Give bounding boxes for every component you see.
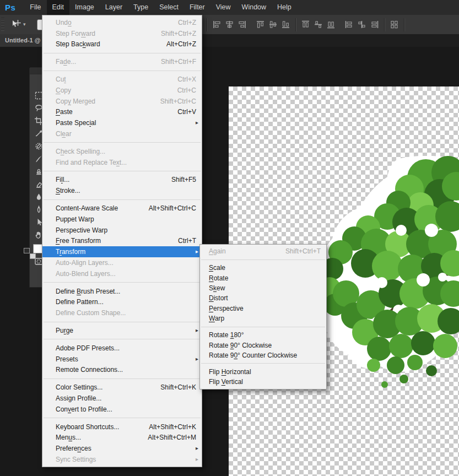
menu-item-shortcut: Shift+Ctrl+Z: [151, 30, 196, 37]
menu-item-skew[interactable]: Skew: [200, 283, 326, 293]
menu-item-preferences[interactable]: Preferences▶: [42, 443, 202, 454]
menu-item-rotate[interactable]: Rotate: [200, 273, 326, 283]
menubar-edit[interactable]: Edit: [47, 0, 70, 15]
menu-separator: [44, 282, 201, 283]
menu-item-paste[interactable]: PasteCtrl+V: [42, 107, 202, 118]
menubar-view[interactable]: View: [210, 0, 236, 15]
menu-item-convert-to-profile[interactable]: Convert to Profile...: [42, 404, 202, 415]
menubar-image[interactable]: Image: [69, 0, 100, 15]
menu-item-fade[interactable]: Fade...Shift+Ctrl+F: [42, 56, 202, 67]
menu-item-label: Skew: [209, 284, 225, 292]
menu-item-label: Check Spelling...: [56, 148, 105, 155]
menu-item-perspective-warp[interactable]: Perspective Warp: [42, 225, 202, 236]
menubar-select[interactable]: Select: [154, 0, 184, 15]
menu-item-remote-connections[interactable]: Remote Connections...: [42, 365, 202, 376]
menu-item-stroke[interactable]: Stroke...: [42, 185, 202, 196]
menu-item-shortcut: Shift+Ctrl+T: [276, 247, 321, 255]
menu-item-label: Rotate 90° Clockwise: [209, 342, 272, 349]
menu-item-distort[interactable]: Distort: [200, 293, 326, 303]
distribute-horizontal-centers-icon[interactable]: [357, 20, 366, 29]
menu-item-rotate-180[interactable]: Rotate 180°: [200, 330, 326, 340]
align-left-edges-icon[interactable]: [212, 20, 222, 29]
menubar-help[interactable]: Help: [272, 0, 297, 15]
menu-item-find-and-replace-text[interactable]: Find and Replace Text...: [42, 157, 202, 168]
menu-item-flip-vertical[interactable]: Flip Vertical: [200, 377, 326, 387]
auto-align-layers-icon[interactable]: [390, 20, 399, 29]
menu-item-puppet-warp[interactable]: Puppet Warp: [42, 214, 202, 225]
options-bar-grip[interactable]: [1, 18, 4, 31]
menu-item-cut[interactable]: CutCtrl+X: [42, 74, 202, 85]
menu-item-flip-horizontal[interactable]: Flip Horizontal: [200, 367, 326, 377]
menu-item-perspective[interactable]: Perspective: [200, 303, 326, 313]
menu-item-label: Menus...: [56, 434, 81, 441]
menu-item-label: Flip Vertical: [209, 378, 243, 386]
menu-item-adobe-pdf-presets[interactable]: Adobe PDF Presets...: [42, 343, 202, 354]
menu-item-label: Auto-Blend Layers...: [56, 270, 116, 278]
menu-item-assign-profile[interactable]: Assign Profile...: [42, 393, 202, 404]
menu-separator: [44, 339, 201, 339]
align-right-edges-icon[interactable]: [237, 20, 247, 29]
menu-item-step-backward[interactable]: Step BackwardAlt+Ctrl+Z: [42, 39, 202, 50]
menu-item-label: Step Backward: [56, 40, 100, 48]
menu-separator: [44, 322, 201, 322]
menu-item-label: Warp: [209, 315, 224, 322]
move-tool-button[interactable]: ▾: [10, 17, 26, 31]
menu-item-label: Again: [209, 247, 226, 255]
menu-item-free-transform[interactable]: Free TransformCtrl+T: [42, 236, 202, 247]
menu-item-copy[interactable]: CopyCtrl+C: [42, 85, 202, 96]
menubar-type[interactable]: Type: [128, 0, 154, 15]
menu-item-color-settings[interactable]: Color Settings...Shift+Ctrl+K: [42, 382, 202, 393]
menu-item-step-forward[interactable]: Step ForwardShift+Ctrl+Z: [42, 28, 202, 39]
menu-item-content-aware-scale[interactable]: Content-Aware ScaleAlt+Shift+Ctrl+C: [42, 203, 202, 214]
distribute-vertical-centers-icon[interactable]: [314, 20, 323, 29]
menu-item-label: Scale: [209, 264, 225, 272]
distribute-bottom-edges-icon[interactable]: [326, 20, 336, 29]
menu-item-shortcut: Alt+Ctrl+Z: [156, 40, 196, 48]
menu-item-sync-settings[interactable]: Sync Settings▶: [42, 454, 202, 465]
menu-item-keyboard-shortcuts[interactable]: Keyboard Shortcuts...Alt+Shift+Ctrl+K: [42, 421, 202, 432]
menu-item-label: Auto-Align Layers...: [56, 259, 114, 267]
distribute-top-edges-icon[interactable]: [301, 20, 310, 29]
menu-item-transform[interactable]: Transform▶: [42, 246, 202, 257]
align-vertical-centers-icon[interactable]: [268, 20, 278, 29]
menu-item-warp[interactable]: Warp: [200, 313, 326, 323]
menu-item-presets[interactable]: Presets▶: [42, 354, 202, 365]
menu-item-purge[interactable]: Purge▶: [42, 325, 202, 336]
menu-item-define-pattern[interactable]: Define Pattern...: [42, 297, 202, 308]
menu-item-rotate-90-counter-clockwise[interactable]: Rotate 90° Counter Clockwise: [200, 350, 326, 360]
document-tab[interactable]: Untitled-1 @: [0, 34, 46, 47]
menu-item-define-custom-shape[interactable]: Define Custom Shape...: [42, 307, 202, 318]
menu-item-define-brush-preset[interactable]: Define Brush Preset...: [42, 286, 202, 297]
align-horizontal-centers-icon[interactable]: [225, 20, 234, 29]
align-top-edges-icon[interactable]: [256, 20, 265, 29]
menu-item-auto-align-layers[interactable]: Auto-Align Layers...: [42, 257, 202, 268]
menu-item-label: Distort: [209, 294, 228, 302]
menu-item-undo[interactable]: UndoCtrl+Z: [42, 17, 202, 28]
menu-item-menus[interactable]: Menus...Alt+Shift+Ctrl+M: [42, 432, 202, 443]
menu-item-scale[interactable]: Scale: [200, 263, 326, 273]
menu-item-rotate-90-clockwise[interactable]: Rotate 90° Clockwise: [200, 340, 326, 350]
tree-image: [316, 156, 459, 393]
menubar-filter[interactable]: Filter: [184, 0, 210, 15]
menu-item-again[interactable]: AgainShift+Ctrl+T: [200, 246, 326, 256]
menu-item-copy-merged[interactable]: Copy MergedShift+Ctrl+C: [42, 96, 202, 107]
menu-item-check-spelling[interactable]: Check Spelling...: [42, 146, 202, 157]
menubar-items: FileEditImageLayerTypeSelectFilterViewWi…: [24, 0, 296, 15]
menu-item-label: Rotate 180°: [209, 331, 244, 339]
distribute-left-edges-icon[interactable]: [344, 20, 354, 29]
menu-item-paste-special[interactable]: Paste Special▶: [42, 117, 202, 128]
menu-item-fill[interactable]: Fill...Shift+F5: [42, 175, 202, 186]
distribute-right-edges-icon[interactable]: [370, 20, 379, 29]
menu-item-label: Purge: [56, 327, 73, 334]
menu-item-shortcut: Shift+Ctrl+C: [150, 98, 196, 105]
align-bottom-edges-icon[interactable]: [281, 20, 290, 29]
menu-item-shortcut: Shift+Ctrl+F: [151, 58, 196, 66]
menubar-layer[interactable]: Layer: [100, 0, 128, 15]
menu-item-label: Transform: [56, 248, 85, 256]
menu-bar: Ps FileEditImageLayerTypeSelectFilterVie…: [0, 0, 459, 15]
menubar-file[interactable]: File: [24, 0, 46, 15]
submenu-arrow-icon: ▶: [196, 357, 198, 361]
menu-item-auto-blend-layers[interactable]: Auto-Blend Layers...: [42, 268, 202, 279]
menubar-window[interactable]: Window: [236, 0, 272, 15]
menu-item-clear[interactable]: Clear: [42, 128, 202, 139]
